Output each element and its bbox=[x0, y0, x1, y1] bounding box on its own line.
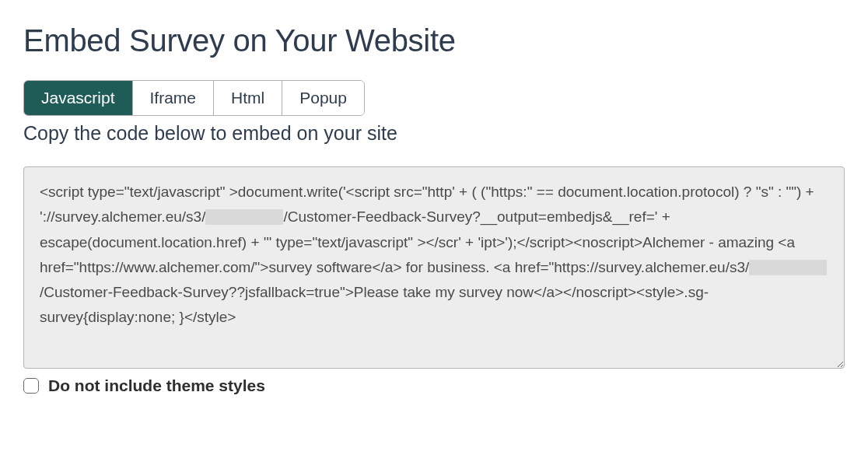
embed-code-textarea[interactable]: <script type="text/javascript" >document… bbox=[23, 166, 845, 369]
tab-javascript[interactable]: Javascript bbox=[24, 81, 133, 115]
redacted-id-1 bbox=[205, 209, 283, 225]
code-part-3: /Customer-Feedback-Survey??jsfallback=tr… bbox=[40, 284, 709, 325]
tab-popup[interactable]: Popup bbox=[282, 81, 364, 115]
theme-checkbox-label[interactable]: Do not include theme styles bbox=[48, 376, 265, 395]
theme-option-row: Do not include theme styles bbox=[23, 376, 845, 395]
tab-html[interactable]: Html bbox=[214, 81, 282, 115]
page-title: Embed Survey on Your Website bbox=[23, 23, 845, 58]
redacted-id-2 bbox=[749, 260, 827, 275]
instruction-text: Copy the code below to embed on your sit… bbox=[23, 122, 845, 145]
tab-iframe[interactable]: Iframe bbox=[133, 81, 215, 115]
theme-checkbox[interactable] bbox=[23, 378, 39, 394]
embed-type-tabs: Javascript Iframe Html Popup bbox=[23, 80, 365, 116]
